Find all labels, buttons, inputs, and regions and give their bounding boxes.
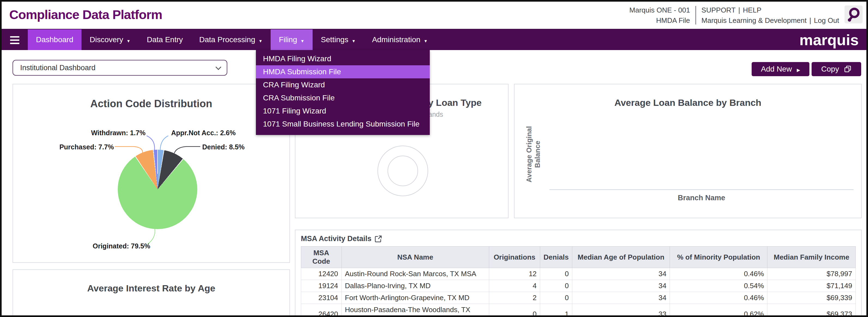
menu-item-cra-submission-file[interactable]: CRA Submission File [256, 92, 430, 104]
page-title: Compliance Data Platform [9, 7, 162, 22]
nav-label: Filing [279, 35, 297, 44]
support-link[interactable]: SUPPORT [702, 6, 736, 14]
pie-label-appr-not-acc: Appr.Not Acc.: 2.6% [171, 129, 236, 137]
nav-item-administration[interactable]: Administration [364, 29, 436, 50]
nav-item-settings[interactable]: Settings [313, 29, 364, 50]
menu-item-1071-sbl-submission-file[interactable]: 1071 Small Business Lending Submission F… [256, 117, 430, 131]
table-cell: $78,997 [768, 268, 856, 280]
table-header-cell[interactable]: Originations [489, 247, 540, 268]
table-cell: 0 [540, 280, 572, 292]
table-cell: $71,149 [768, 280, 856, 292]
nav-item-discovery[interactable]: Discovery [82, 29, 139, 50]
header-context: Marquis ONE - 001 HMDA File [629, 5, 690, 26]
table-title: MSA Activity Details [301, 235, 371, 243]
add-new-button[interactable]: Add New [752, 62, 809, 76]
table-row: 23104Fort Worth-Arlington-Grapevine, TX … [301, 292, 856, 304]
table-title-row: MSA Activity Details [301, 235, 856, 243]
external-link-icon[interactable] [375, 235, 382, 242]
table-cell: 33 [572, 304, 670, 317]
compliance-data-platform-page: { "header": { "app_title": "Compliance D… [0, 0, 868, 317]
menu-item-hmda-filing-wizard[interactable]: HMDA Filing Wizard [256, 52, 430, 65]
filing-dropdown-menu: HMDA Filing Wizard HMDA Submission File … [256, 50, 430, 135]
table-cell: 12 [489, 268, 540, 280]
panel-title: Average Interest Rate by Age [13, 283, 289, 293]
average-loan-balance-by-branch-panel: Average Loan Balance by Branch Average O… [514, 84, 862, 218]
leader-line [174, 147, 200, 153]
table-cell: 0 [540, 292, 572, 304]
table-header-row: MSA CodeNSA NameOriginationsDenialsMedia… [301, 247, 856, 268]
copy-button[interactable]: Copy [812, 62, 861, 76]
leader-line [147, 136, 155, 150]
app-header: Compliance Data Platform Marquis ONE - 0… [2, 2, 866, 29]
table-header-cell[interactable]: Median Family Income [768, 247, 856, 268]
chevron-down-icon [216, 64, 221, 70]
table-cell: 0.54% [670, 280, 768, 292]
leader-line [160, 136, 168, 150]
table-cell: Fort Worth-Arlington-Grapevine, TX MD [341, 292, 489, 304]
search-icon [846, 7, 861, 22]
menu-item-hmda-submission-file[interactable]: HMDA Submission File [256, 65, 430, 78]
dashboard-select[interactable]: Institutional Dashboard [12, 60, 227, 76]
menu-item-1071-filing-wizard[interactable]: 1071 Filing Wizard [256, 104, 430, 117]
table-cell: 0.46% [670, 292, 768, 304]
help-link[interactable]: HELP [743, 6, 762, 14]
dashboard-select-value: Institutional Dashboard [20, 64, 95, 72]
menu-item-cra-filing-wizard[interactable]: CRA Filing Wizard [256, 78, 430, 92]
logout-link[interactable]: Log Out [814, 16, 839, 25]
table-cell: 1 [540, 304, 572, 317]
leader-line [115, 147, 143, 154]
x-axis-line [550, 189, 854, 190]
table-cell: $69,373 [768, 304, 856, 317]
learning-link[interactable]: Marquis Learning & Development [702, 16, 807, 25]
table-cell: 0 [489, 304, 540, 317]
chevron-down-icon [351, 35, 355, 44]
nav-item-data-entry[interactable]: Data Entry [139, 29, 191, 50]
copy-icon [844, 65, 851, 73]
marquis-logo: marquis [799, 29, 859, 50]
table-header-cell[interactable]: MSA Code [301, 247, 342, 268]
nav-label: Administration [372, 35, 420, 44]
nav-item-filing[interactable]: Filing [271, 29, 313, 50]
table-cell: 34 [572, 268, 670, 280]
table-cell: 0 [540, 268, 572, 280]
search-button[interactable] [844, 5, 863, 24]
table-row: 12420Austin-Round Rock-San Marcos, TX MS… [301, 268, 856, 280]
table-cell: 34 [572, 292, 670, 304]
copy-label: Copy [821, 65, 839, 73]
table-header-cell[interactable]: NSA Name [341, 247, 489, 268]
nav-item-data-processing[interactable]: Data Processing [191, 29, 271, 50]
panel-title: Action Code Distribution [13, 98, 289, 110]
y-axis-label: Average Original Balance [525, 123, 542, 185]
table-cell: Houston-Pasadena-The Woodlands, TX MSA [341, 304, 489, 317]
link-separator: | [807, 16, 814, 25]
table-header-cell[interactable]: Denials [540, 247, 572, 268]
pie-label-purchased: Purchased: 7.7% [52, 143, 114, 151]
table-row: 19124Dallas-Plano-Irving, TX MD40340.54%… [301, 280, 856, 292]
action-code-distribution-panel: Action Code Distribution Withdrawn: 1.7%… [12, 84, 290, 263]
header-links: SUPPORT|HELP Marquis Learning & Developm… [702, 5, 839, 26]
nav-label: Settings [321, 35, 348, 44]
nav-label: Data Entry [147, 35, 183, 44]
chevron-down-icon [126, 35, 130, 44]
table-header-cell[interactable]: % of Minority Population [670, 247, 768, 268]
main-navbar: Dashboard Discovery Data Entry Data Proc… [2, 29, 866, 50]
nav-label: Discovery [90, 35, 123, 44]
hamburger-menu-icon[interactable] [2, 29, 28, 50]
header-user-area: Marquis ONE - 001 HMDA File SUPPORT|HELP… [629, 5, 839, 26]
arrow-right-icon [797, 65, 800, 73]
action-code-pie[interactable] [118, 150, 197, 229]
table-cell: 4 [489, 280, 540, 292]
empty-donut-hole [388, 156, 418, 186]
msa-activity-details-panel: MSA Activity Details MSA CodeNSA NameOri… [295, 230, 862, 317]
file-context[interactable]: HMDA File [629, 15, 690, 26]
table-cell: 19124 [301, 280, 342, 292]
panel-title: Average Loan Balance by Branch [515, 97, 861, 108]
msa-activity-table: MSA CodeNSA NameOriginationsDenialsMedia… [301, 246, 856, 317]
pie-label-originated: Originated: 79.5% [93, 242, 150, 250]
institution-name: Marquis ONE - 001 [629, 5, 690, 15]
table-header-cell[interactable]: Median Age of Population [572, 247, 670, 268]
nav-item-dashboard[interactable]: Dashboard [28, 29, 82, 50]
chevron-down-icon [424, 35, 428, 44]
chevron-down-icon [300, 35, 304, 44]
table-cell: 0.62% [670, 304, 768, 317]
